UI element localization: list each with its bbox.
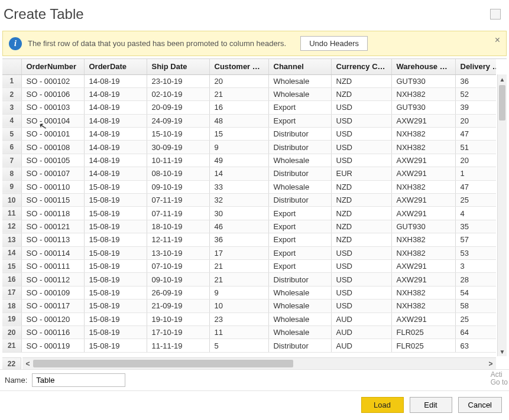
cancel-button[interactable]: Cancel [458, 397, 502, 413]
edit-button[interactable]: Edit [410, 397, 452, 413]
cell[interactable]: USD [331, 246, 391, 259]
cell[interactable]: 15-08-19 [84, 325, 147, 338]
cell[interactable]: Distributor [268, 141, 331, 154]
cell[interactable]: USD [331, 154, 391, 167]
cell[interactable]: SO - 000109 [21, 286, 84, 299]
scroll-up-icon[interactable]: ▲ [498, 74, 507, 84]
cell[interactable]: 14-08-19 [84, 74, 147, 87]
cell[interactable]: 28 [455, 273, 496, 286]
cell[interactable]: Export [268, 233, 331, 246]
table-row[interactable]: 13SO - 00011315-08-1912-11-1936ExportNZD… [2, 233, 496, 246]
cell[interactable]: Wholesale [268, 74, 331, 87]
cell[interactable]: AXW291 [391, 207, 455, 220]
cell[interactable]: SO - 000112 [21, 273, 84, 286]
cell[interactable]: NZD [331, 87, 391, 100]
cell[interactable]: 21 [209, 259, 268, 272]
cell[interactable]: USD [331, 286, 391, 299]
cell[interactable]: AXW291 [391, 273, 455, 286]
cell[interactable]: 51 [455, 141, 496, 154]
cell[interactable]: 32 [209, 194, 268, 207]
cell[interactable]: SO - 000110 [21, 180, 84, 193]
table-name-input[interactable] [32, 373, 125, 387]
cell[interactable]: NZD [331, 220, 391, 233]
table-row[interactable]: 20SO - 00011615-08-1917-10-1911Wholesale… [2, 325, 496, 338]
cell[interactable]: 9 [209, 141, 268, 154]
cell[interactable]: USD [331, 259, 391, 272]
cell[interactable]: 15-08-19 [84, 339, 147, 352]
cell[interactable]: 15-08-19 [84, 180, 147, 193]
cell[interactable]: AXW291 [391, 154, 455, 167]
cell[interactable]: 4 [455, 207, 496, 220]
scroll-left-icon[interactable]: < [22, 360, 33, 368]
cell[interactable]: EUR [331, 167, 391, 180]
cell[interactable]: 18-10-19 [147, 220, 209, 233]
cell[interactable]: USD [331, 101, 391, 114]
cell[interactable]: 53 [455, 246, 496, 259]
cell[interactable]: 20 [455, 154, 496, 167]
cell[interactable]: SO - 000101 [21, 128, 84, 141]
cell[interactable]: 21-09-19 [147, 299, 209, 312]
cell[interactable]: 47 [455, 180, 496, 193]
data-grid[interactable]: OrderNumber OrderDate Ship Date Customer… [2, 59, 496, 356]
cell[interactable]: NZD [331, 194, 391, 207]
cell[interactable]: Export [268, 246, 331, 259]
cell[interactable]: 21 [209, 273, 268, 286]
cell[interactable]: Export [268, 259, 331, 272]
cell[interactable]: 15-08-19 [84, 194, 147, 207]
cell[interactable]: 15-08-19 [84, 233, 147, 246]
cell[interactable]: NXH382 [391, 128, 455, 141]
cell[interactable]: 15-08-19 [84, 273, 147, 286]
cell[interactable]: SO - 000103 [21, 101, 84, 114]
cell[interactable]: AXW291 [391, 114, 455, 127]
cell[interactable]: 07-11-19 [147, 207, 209, 220]
load-button[interactable]: Load [361, 397, 404, 413]
cell[interactable]: FLR025 [391, 339, 455, 352]
cell[interactable]: Export [268, 114, 331, 127]
cell[interactable]: 14-08-19 [84, 128, 147, 141]
cell[interactable]: SO - 000104 [21, 114, 84, 127]
cell[interactable]: 36 [455, 74, 496, 87]
cell[interactable]: 14-08-19 [84, 167, 147, 180]
cell[interactable]: 07-11-19 [147, 194, 209, 207]
cell[interactable]: SO - 000107 [21, 167, 84, 180]
table-row[interactable]: 4SO - 00010414-08-1924-09-1948ExportUSDA… [2, 114, 496, 127]
cell[interactable]: 19-10-19 [147, 312, 209, 325]
cell[interactable]: 09-10-19 [147, 273, 209, 286]
cell[interactable]: 21 [209, 87, 268, 100]
cell[interactable]: 54 [455, 286, 496, 299]
cell[interactable]: NZD [331, 180, 391, 193]
cell[interactable]: NZD [331, 207, 391, 220]
cell[interactable]: 15-08-19 [84, 259, 147, 272]
cell[interactable]: GUT930 [391, 101, 455, 114]
cell[interactable]: AUD [331, 312, 391, 325]
cell[interactable]: SO - 000117 [21, 299, 84, 312]
col-header[interactable]: Ship Date [147, 59, 209, 74]
table-row[interactable]: 15SO - 00011115-08-1907-10-1921ExportUSD… [2, 259, 496, 272]
cell[interactable]: 09-10-19 [147, 180, 209, 193]
table-row[interactable]: 8SO - 00010714-08-1908-10-1914Distributo… [2, 167, 496, 180]
vscroll-thumb[interactable] [499, 85, 505, 121]
cell[interactable]: SO - 000106 [21, 87, 84, 100]
cell[interactable]: AUD [331, 325, 391, 338]
cell[interactable]: 07-10-19 [147, 259, 209, 272]
col-header[interactable]: Customer Na... [209, 59, 268, 74]
cell[interactable]: Wholesale [268, 325, 331, 338]
cell[interactable]: AXW291 [391, 312, 455, 325]
cell[interactable]: 36 [209, 233, 268, 246]
table-row[interactable]: 2SO - 00010614-08-1902-10-1921WholesaleN… [2, 87, 496, 100]
cell[interactable]: NXH382 [391, 286, 455, 299]
cell[interactable]: SO - 000114 [21, 246, 84, 259]
cell[interactable]: SO - 000116 [21, 325, 84, 338]
cell[interactable]: 15-08-19 [84, 299, 147, 312]
table-row[interactable]: 21SO - 00011915-08-1911-11-195Distributo… [2, 339, 496, 352]
table-row[interactable]: 5SO - 00010114-08-1915-10-1915Distributo… [2, 128, 496, 141]
cell[interactable]: 17-10-19 [147, 325, 209, 338]
cell[interactable]: Distributor [268, 339, 331, 352]
col-header[interactable]: Channel [268, 59, 331, 74]
cell[interactable]: 58 [455, 299, 496, 312]
cell[interactable]: GUT930 [391, 220, 455, 233]
cell[interactable]: NXH382 [391, 233, 455, 246]
cell[interactable]: 14-08-19 [84, 101, 147, 114]
cell[interactable]: 3 [455, 259, 496, 272]
cell[interactable]: 30 [209, 207, 268, 220]
